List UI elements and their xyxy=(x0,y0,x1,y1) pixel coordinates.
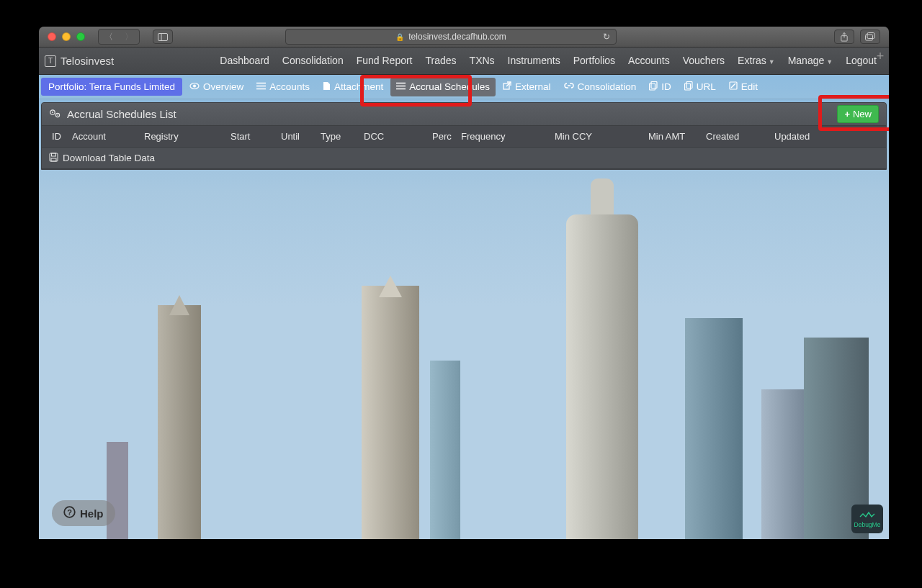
table-header: IDAccountRegistryStartUntilTypeDCCPercFr… xyxy=(42,126,886,148)
copy-icon xyxy=(684,81,693,93)
column-id[interactable]: ID xyxy=(48,131,68,142)
help-icon: ? xyxy=(63,506,76,520)
share-button[interactable] xyxy=(834,30,854,44)
menu-item-trades[interactable]: Trades xyxy=(419,47,463,76)
plus-icon: + xyxy=(844,109,850,119)
svg-point-24 xyxy=(52,112,53,113)
caret-down-icon: ▼ xyxy=(826,58,833,65)
menu-item-manage[interactable]: Manage▼ xyxy=(782,47,840,76)
forward-button[interactable]: 〉 xyxy=(119,30,139,44)
browser-window: 〈 〉 🔒 telosinvest.decafhub.com ↻ + T Tel… xyxy=(39,27,889,539)
content-area: Portfolio: Terra Funds Limited OverviewA… xyxy=(39,75,889,539)
tool-accrual-schedules[interactable]: Accrual Schedules xyxy=(390,78,496,96)
window-zoom-button[interactable] xyxy=(76,32,85,41)
window-close-button[interactable] xyxy=(48,32,56,41)
sidebar-toggle-button[interactable] xyxy=(153,30,173,44)
new-button[interactable]: + New xyxy=(837,105,879,123)
save-icon xyxy=(49,153,58,164)
ext-icon xyxy=(503,81,511,92)
caret-down-icon: ▼ xyxy=(769,58,775,65)
svg-rect-5 xyxy=(867,33,874,39)
tool-id[interactable]: ID xyxy=(643,78,677,96)
tool-accounts[interactable]: Accounts xyxy=(251,78,315,96)
svg-point-7 xyxy=(193,85,196,88)
nav-buttons: 〈 〉 xyxy=(98,29,140,45)
panel-title: Accrual Schedules List xyxy=(67,108,831,120)
menu-item-dashboard[interactable]: Dashboard xyxy=(213,47,276,76)
column-updated[interactable]: Updated xyxy=(770,131,828,142)
svg-point-26 xyxy=(57,114,58,116)
tool-label: ID xyxy=(661,81,671,92)
gears-icon xyxy=(49,108,61,121)
menu-item-instruments[interactable]: Instruments xyxy=(501,47,567,76)
tool-label: Attachment xyxy=(334,81,383,92)
reload-icon[interactable]: ↻ xyxy=(603,32,610,42)
menu-item-accounts[interactable]: Accounts xyxy=(622,47,676,76)
url-text: telosinvest.decafhub.com xyxy=(408,32,506,42)
tool-label: Overview xyxy=(203,81,243,92)
column-registry[interactable]: Registry xyxy=(140,131,226,142)
svg-rect-20 xyxy=(686,81,692,88)
tool-label: Consolidation xyxy=(578,81,637,92)
debugme-widget[interactable]: DebugMe xyxy=(851,505,883,533)
eye-icon xyxy=(189,81,200,92)
background-image xyxy=(39,214,889,540)
top-menu: DashboardConsolidationFund ReportTradesT… xyxy=(213,47,883,76)
svg-rect-29 xyxy=(51,158,56,161)
tool-external[interactable]: External xyxy=(497,78,557,96)
link-icon xyxy=(564,81,574,92)
tool-label: Accrual Schedules xyxy=(409,81,490,92)
menu-item-consolidation[interactable]: Consolidation xyxy=(276,47,350,76)
portfolio-badge[interactable]: Portfolio: Terra Funds Limited xyxy=(41,78,182,96)
titlebar: 〈 〉 🔒 telosinvest.decafhub.com ↻ xyxy=(39,27,889,48)
tool-overview[interactable]: Overview xyxy=(184,78,249,96)
column-min-ccy[interactable]: Min CCY xyxy=(550,131,644,142)
svg-rect-18 xyxy=(651,81,657,88)
lock-icon: 🔒 xyxy=(395,33,404,41)
menu-item-portfolios[interactable]: Portfolios xyxy=(567,47,622,76)
tabs-button[interactable] xyxy=(860,30,880,44)
svg-rect-17 xyxy=(650,83,655,90)
svg-rect-0 xyxy=(158,33,168,40)
debugme-icon xyxy=(859,510,875,520)
svg-line-15 xyxy=(506,82,511,86)
tool-attachment[interactable]: Attachment xyxy=(317,78,389,96)
column-min-amt[interactable]: Min AMT xyxy=(644,131,702,142)
column-perc[interactable]: Perc xyxy=(428,131,457,142)
portfolio-toolbar: Portfolio: Terra Funds Limited OverviewA… xyxy=(39,75,889,99)
svg-text:?: ? xyxy=(67,508,72,517)
brand-label: Telosinvest xyxy=(61,55,114,67)
column-start[interactable]: Start xyxy=(226,131,277,142)
column-dcc[interactable]: DCC xyxy=(359,131,428,142)
tool-label: Accounts xyxy=(269,81,310,92)
column-until[interactable]: Until xyxy=(277,131,316,142)
menu-item-extras[interactable]: Extras▼ xyxy=(731,47,782,76)
new-tab-button[interactable]: + xyxy=(873,50,887,64)
help-button[interactable]: ? Help xyxy=(52,500,115,526)
tool-url[interactable]: URL xyxy=(679,78,722,96)
svg-rect-4 xyxy=(866,35,873,40)
column-account[interactable]: Account xyxy=(68,131,140,142)
column-type[interactable]: Type xyxy=(316,131,359,142)
svg-line-22 xyxy=(731,83,735,88)
brand[interactable]: T Telosinvest xyxy=(45,55,114,67)
url-bar[interactable]: 🔒 telosinvest.decafhub.com ↻ xyxy=(285,29,617,45)
menu-item-vouchers[interactable]: Vouchers xyxy=(676,47,731,76)
tool-label: Edit xyxy=(741,81,758,92)
brand-icon: T xyxy=(45,55,56,67)
svg-rect-19 xyxy=(684,83,690,90)
window-minimize-button[interactable] xyxy=(62,32,71,41)
menu-item-txns[interactable]: TXNs xyxy=(463,47,501,76)
menu-item-fund-report[interactable]: Fund Report xyxy=(350,47,419,76)
column-frequency[interactable]: Frequency xyxy=(457,131,550,142)
list-icon xyxy=(396,81,406,92)
column-created[interactable]: Created xyxy=(702,131,770,142)
tool-consolidation[interactable]: Consolidation xyxy=(558,78,643,96)
download-label: Download Table Data xyxy=(63,153,155,163)
download-table-data[interactable]: Download Table Data xyxy=(42,148,886,169)
back-button[interactable]: 〈 xyxy=(99,30,119,44)
debugme-label: DebugMe xyxy=(854,521,881,528)
help-label: Help xyxy=(80,507,104,520)
tool-label: URL xyxy=(697,81,716,92)
tool-edit[interactable]: Edit xyxy=(723,78,764,96)
